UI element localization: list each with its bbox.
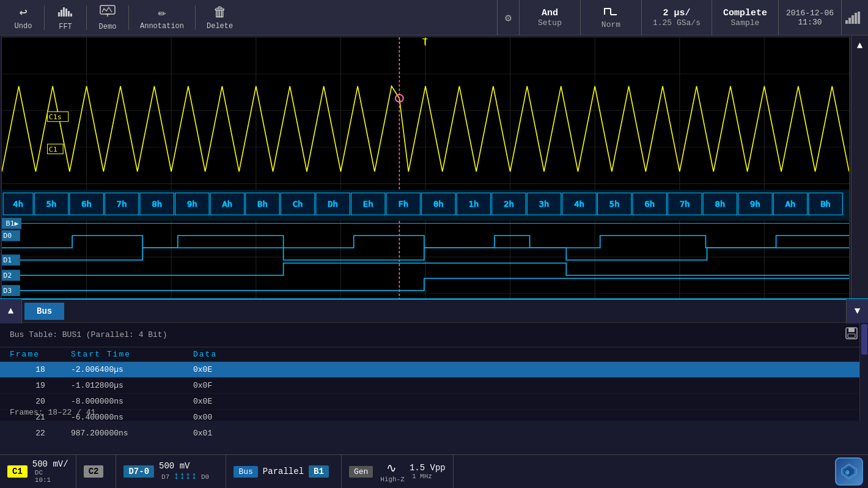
c2-section[interactable]: C2 (76, 455, 117, 488)
demo-icon (99, 4, 116, 21)
col-start-header: Start Time (71, 350, 193, 359)
time-display: 11:30 (798, 18, 822, 27)
fft-icon (57, 4, 74, 21)
svg-text:Ah: Ah (785, 200, 796, 209)
bus-tab[interactable]: Bus (24, 303, 64, 320)
svg-text:0h: 0h (433, 200, 444, 209)
svg-rect-14 (855, 13, 857, 24)
row-frame: 19 (10, 381, 71, 390)
svg-text:2h: 2h (504, 200, 514, 209)
svg-rect-1 (61, 10, 62, 17)
nav-up-button[interactable]: ▲ (0, 299, 22, 323)
row-data: 0x00 (193, 413, 267, 422)
svg-rect-115 (848, 334, 855, 338)
svg-rect-2 (63, 7, 65, 17)
d-badge: D7-0 (123, 465, 154, 478)
bus-table-title: Bus Table: BUS1 (Parallel: 4 Bit) (10, 330, 167, 339)
row-frame: 22 (10, 429, 71, 438)
svg-rect-114 (848, 328, 855, 332)
svg-text:Eh: Eh (363, 200, 373, 209)
trigger-panel[interactable]: And Setup (519, 0, 580, 35)
scope-main: T 4h 5h 6h 7h 8h 9h Ah (0, 35, 868, 332)
bus-table-header: Bus Table: BUS1 (Parallel: 4 Bit) (0, 323, 868, 347)
bus-section[interactable]: Bus Parallel B1 (226, 455, 341, 488)
gen-sub: High-Z (380, 476, 405, 483)
trigger-setup: Setup (538, 18, 562, 28)
bus-type: Parallel (263, 467, 304, 476)
svg-rect-3 (65, 9, 67, 17)
undo-button[interactable]: ↩ Undo (5, 2, 42, 33)
datetime-panel: 2016-12-06 11:30 (778, 0, 841, 35)
table-scrollbar[interactable] (859, 323, 868, 421)
nav-right-button[interactable]: ▼ (846, 299, 868, 323)
row-frame: 20 (10, 397, 71, 406)
bus-nav: ▲ Bus ▼ (0, 300, 868, 323)
svg-text:C1s: C1s (49, 113, 62, 121)
scrollbar-thumb[interactable] (861, 324, 867, 355)
row-start: 987.200000ns (71, 429, 193, 438)
row-data: 0x0E (193, 397, 267, 406)
row-start: -1.012800µs (71, 381, 193, 390)
fft-button[interactable]: FFT (47, 1, 84, 34)
col-frame-header: Frame (10, 350, 71, 359)
toolbar: ↩ Undo FFT Demo ✏️ (0, 0, 868, 35)
svg-text:C1: C1 (49, 145, 57, 153)
svg-text:Fh: Fh (398, 200, 408, 209)
settings-gear-button[interactable]: ⚙ (497, 0, 519, 35)
table-row[interactable]: 20 -8.000000ns 0x0E (0, 394, 868, 410)
svg-rect-15 (858, 12, 860, 24)
logo-badge: ⊕ (835, 457, 866, 486)
gen-section[interactable]: Gen ∿ High-Z 1.5 Vpp 1 MHz (342, 455, 454, 488)
svg-text:D2: D2 (3, 272, 12, 280)
sample-panel[interactable]: Complete Sample (712, 0, 778, 35)
row-start: -8.000000ns (71, 397, 193, 406)
svg-text:B1▶: B1▶ (6, 220, 18, 228)
svg-text:7h: 7h (117, 200, 127, 209)
svg-rect-11 (845, 20, 848, 24)
table-row[interactable]: 19 -1.012800µs 0x0F (0, 378, 868, 394)
d-section[interactable]: D7-0 500 mV D7 ↕↕↕↕ D0 (116, 455, 226, 488)
gen-wave: ∿ (386, 460, 397, 476)
row-frame: 18 (10, 365, 71, 374)
separator3 (128, 6, 129, 30)
trigger-edge-panel[interactable]: Norm (580, 0, 641, 35)
frames-info: Frames: 18–22 / 41 (0, 405, 105, 420)
delete-button[interactable]: 🗑 Delete (198, 2, 241, 33)
table-row[interactable]: 21 -6.400000ns 0x00 (0, 410, 868, 426)
separator4 (195, 6, 196, 30)
network-icon (841, 0, 863, 35)
table-row[interactable]: 18 -2.006400µs 0x0E (0, 362, 868, 378)
status-bar: C1 500 mV/ DC 10:1 C2 D7-0 500 mV D7 ↕↕↕… (0, 454, 868, 488)
gen-freq: 1 MHz (412, 473, 446, 480)
svg-text:4h: 4h (574, 200, 584, 209)
svg-text:Bh: Bh (820, 200, 831, 209)
c1-section[interactable]: C1 500 mV/ DC 10:1 (0, 455, 76, 488)
delete-icon: 🗑 (213, 4, 227, 21)
annotation-icon: ✏️ (158, 4, 166, 21)
svg-text:7h: 7h (680, 200, 690, 209)
timebase-panel[interactable]: 2 µs/ 1.25 GSa/s (641, 0, 712, 35)
row-data: 0x0E (193, 365, 267, 374)
col-data-header: Data (193, 350, 267, 359)
bus-badge: Bus (234, 466, 257, 478)
scroll-up-button[interactable]: ▲ (857, 40, 863, 51)
svg-text:1h: 1h (469, 200, 479, 209)
svg-text:5h: 5h (609, 200, 620, 209)
trigger-edge (603, 6, 618, 20)
undo-icon: ↩ (19, 4, 27, 21)
demo-button[interactable]: Demo (89, 1, 126, 34)
svg-text:3h: 3h (539, 200, 550, 209)
save-button[interactable] (845, 327, 858, 343)
table-row[interactable]: 22 987.200000ns 0x01 (0, 426, 868, 442)
table-columns: Frame Start Time Data (0, 347, 868, 362)
gen-badge: Gen (349, 466, 373, 478)
separator (44, 6, 45, 30)
svg-rect-5 (70, 13, 72, 17)
svg-rect-0 (58, 12, 60, 17)
c2-badge: C2 (84, 465, 104, 478)
scope-display[interactable]: T 4h 5h 6h 7h 8h 9h Ah (1, 37, 850, 331)
svg-text:8h: 8h (715, 200, 726, 209)
bottom-panel: ▲ Bus ▼ Bus Table: BUS1 (Parallel: 4 Bit… (0, 298, 868, 421)
b1-badge: B1 (309, 465, 329, 478)
annotation-button[interactable]: ✏️ Annotation (131, 2, 193, 33)
